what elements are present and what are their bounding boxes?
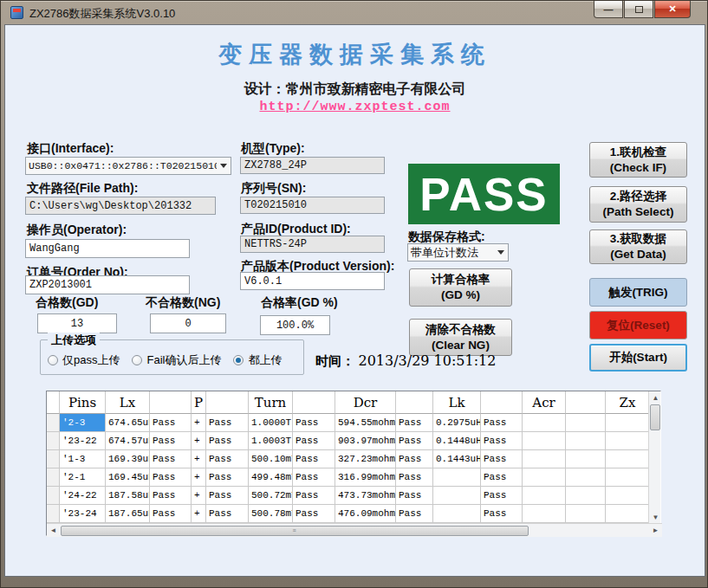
table-cell[interactable]: 1.0000T bbox=[249, 414, 293, 432]
table-cell[interactable]: 169.39uH bbox=[106, 450, 150, 468]
table-cell[interactable]: Pass bbox=[150, 487, 192, 505]
table-cell[interactable]: + bbox=[192, 487, 206, 505]
table-cell[interactable] bbox=[523, 432, 566, 450]
table-cell[interactable]: 674.65uH bbox=[106, 414, 150, 432]
table-cell[interactable] bbox=[566, 487, 606, 505]
table-cell[interactable]: Pass bbox=[206, 450, 249, 468]
table-cell[interactable] bbox=[606, 432, 650, 450]
dropdown-arrow-icon[interactable] bbox=[217, 164, 231, 168]
table-cell[interactable] bbox=[433, 468, 481, 487]
row-header-cell[interactable] bbox=[47, 468, 60, 487]
scroll-right-icon[interactable]: ► bbox=[649, 525, 662, 537]
table-cell[interactable] bbox=[433, 505, 481, 523]
title-bar[interactable]: ZX2786数据采集系统V3.0.10 — ✕ bbox=[1, 1, 708, 24]
product-version-field[interactable] bbox=[240, 272, 385, 290]
table-cell[interactable] bbox=[566, 505, 606, 523]
radio-option-1[interactable]: Fail确认后上传 bbox=[132, 352, 221, 368]
table-cell[interactable]: Pass bbox=[396, 432, 433, 450]
table-cell[interactable]: Pass bbox=[481, 487, 523, 505]
row-header-cell[interactable] bbox=[47, 505, 60, 523]
table-cell[interactable]: Pass bbox=[150, 468, 192, 487]
vertical-scrollbar[interactable]: ▲ ▼ bbox=[648, 391, 660, 523]
table-cell[interactable]: 473.73mohm bbox=[335, 487, 396, 505]
maximize-button[interactable] bbox=[624, 1, 653, 18]
table-cell[interactable] bbox=[566, 450, 606, 468]
table-cell[interactable]: Pass bbox=[293, 505, 335, 523]
table-cell[interactable]: Pass bbox=[293, 432, 335, 450]
table-cell[interactable] bbox=[566, 432, 606, 450]
table-cell[interactable]: Pass bbox=[150, 414, 192, 432]
table-header-cell[interactable]: Acr bbox=[523, 391, 566, 414]
table-cell[interactable]: Pass bbox=[206, 487, 249, 505]
table-header-cell[interactable]: Dcr bbox=[335, 391, 396, 414]
table-cell[interactable]: Pass bbox=[396, 414, 433, 432]
start-button[interactable]: 开始(Start) bbox=[589, 344, 687, 372]
table-cell[interactable] bbox=[566, 414, 606, 432]
row-header-cell[interactable] bbox=[47, 391, 60, 414]
table-cell[interactable]: 594.55mohm bbox=[335, 414, 396, 432]
type-field[interactable] bbox=[240, 157, 385, 174]
gd-count-field[interactable] bbox=[37, 313, 117, 333]
table-cell[interactable]: 169.45uH bbox=[106, 468, 150, 487]
radio-icon[interactable] bbox=[132, 355, 142, 365]
ng-count-field[interactable] bbox=[150, 313, 226, 333]
horizontal-scroll-thumb[interactable]: ≡ bbox=[61, 526, 529, 536]
table-cell[interactable] bbox=[606, 468, 650, 487]
scroll-left-icon[interactable]: ◄ bbox=[47, 525, 60, 537]
table-header-cell[interactable]: P bbox=[192, 391, 206, 414]
table-cell[interactable]: Pass bbox=[206, 468, 249, 487]
table-cell[interactable] bbox=[523, 414, 566, 432]
sn-field[interactable] bbox=[240, 197, 385, 214]
table-header-cell[interactable]: Pins bbox=[60, 391, 106, 414]
table-cell[interactable]: '2-1 bbox=[60, 468, 106, 487]
dropdown-arrow-icon[interactable] bbox=[494, 250, 508, 255]
interface-combobox[interactable]: USB0::0x0471::0x2786::T020215010::: bbox=[25, 157, 231, 175]
table-header-cell[interactable] bbox=[293, 391, 335, 414]
table-cell[interactable]: 499.48mT bbox=[249, 468, 293, 487]
table-cell[interactable] bbox=[523, 487, 566, 505]
table-cell[interactable]: Pass bbox=[481, 505, 523, 523]
table-cell[interactable]: 316.99mohm bbox=[335, 468, 396, 487]
path-select-button[interactable]: 2.路径选择 (Path Select) bbox=[589, 186, 687, 223]
table-cell[interactable]: '1-3 bbox=[60, 450, 106, 468]
radio-option-2[interactable]: 都上传 bbox=[233, 352, 282, 368]
row-header-cell[interactable] bbox=[47, 414, 60, 432]
table-header-cell[interactable]: Turn bbox=[249, 391, 293, 414]
calc-gd-rate-button[interactable]: 计算合格率 (GD %) bbox=[409, 268, 512, 307]
row-header-cell[interactable] bbox=[47, 487, 60, 505]
check-if-button[interactable]: 1.联机检查 (Check IF) bbox=[589, 142, 687, 178]
table-header-cell[interactable] bbox=[481, 391, 523, 414]
table-cell[interactable]: 1.0003T bbox=[249, 432, 293, 450]
table-header-cell[interactable] bbox=[206, 391, 249, 414]
table-cell[interactable]: '2-3 bbox=[60, 414, 106, 432]
get-data-button[interactable]: 3.获取数据 (Get Data) bbox=[589, 229, 687, 264]
scroll-down-icon[interactable]: ▼ bbox=[649, 511, 662, 523]
table-cell[interactable]: Pass bbox=[293, 450, 335, 468]
table-header-cell[interactable] bbox=[396, 391, 433, 414]
table-cell[interactable] bbox=[566, 468, 606, 487]
table-cell[interactable] bbox=[606, 450, 650, 468]
table-cell[interactable]: Pass bbox=[481, 468, 523, 487]
table-header-cell[interactable] bbox=[566, 391, 606, 414]
table-cell[interactable]: Pass bbox=[150, 432, 192, 450]
table-cell[interactable]: Pass bbox=[150, 450, 192, 468]
table-cell[interactable]: Pass bbox=[206, 432, 249, 450]
table-cell[interactable]: 903.97mohm bbox=[335, 432, 396, 450]
vertical-scroll-thumb[interactable] bbox=[650, 404, 660, 430]
table-cell[interactable] bbox=[523, 505, 566, 523]
table-header-cell[interactable]: Zx bbox=[606, 391, 650, 414]
table-cell[interactable]: 187.65uH bbox=[106, 505, 150, 523]
website-link[interactable]: http://www.zxptest.com bbox=[1, 100, 708, 114]
table-cell[interactable] bbox=[606, 505, 650, 523]
table-cell[interactable]: Pass bbox=[293, 468, 335, 487]
table-cell[interactable]: 674.57uH bbox=[106, 432, 150, 450]
reset-button[interactable]: 复位(Reset) bbox=[589, 311, 687, 339]
table-cell[interactable]: Pass bbox=[481, 414, 523, 432]
scroll-up-icon[interactable]: ▲ bbox=[649, 391, 662, 404]
table-cell[interactable]: 0.1448uH bbox=[433, 432, 481, 450]
table-cell[interactable] bbox=[606, 414, 650, 432]
table-cell[interactable]: 0.2975uH bbox=[433, 414, 481, 432]
table-cell[interactable]: Pass bbox=[150, 505, 192, 523]
radio-icon[interactable] bbox=[233, 355, 244, 365]
table-cell[interactable]: 500.10mT bbox=[249, 450, 293, 468]
